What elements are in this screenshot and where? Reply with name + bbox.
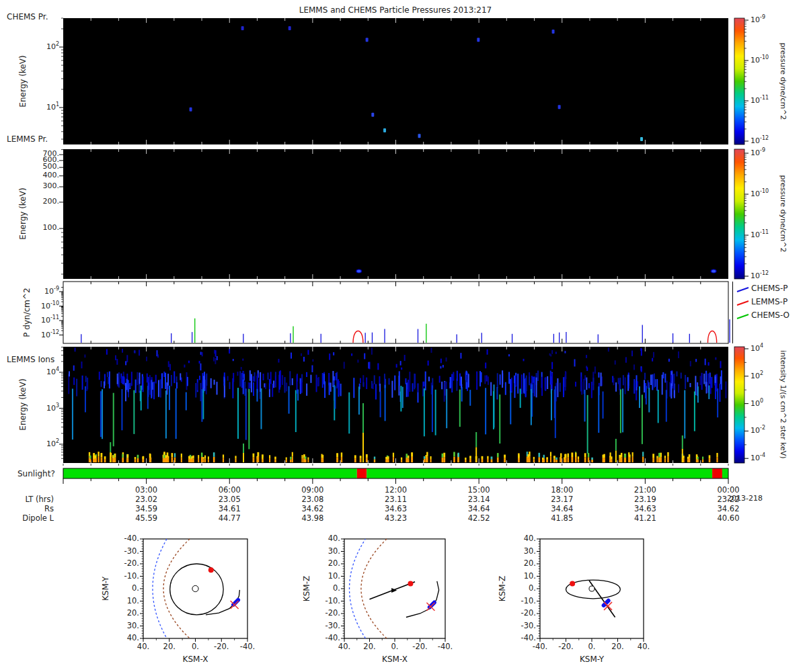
- ion-streak: [76, 379, 77, 396]
- ion-streak: [515, 376, 516, 386]
- ion-streak: [502, 370, 503, 388]
- ion-streak: [684, 390, 685, 439]
- ion-bottom-bar: [262, 459, 263, 462]
- ion-streak: [414, 374, 415, 389]
- ion-streak: [351, 353, 352, 356]
- ion-bottom-bar: [321, 458, 322, 462]
- ion-streak: [374, 375, 375, 384]
- ephemeris-value: 34.59: [126, 504, 167, 513]
- ion-streak: [459, 390, 461, 427]
- axis-title-energy-2: Energy (keV): [18, 187, 28, 239]
- ion-streak: [615, 360, 616, 364]
- ion-streak: [564, 351, 566, 353]
- ion-streak: [654, 374, 655, 388]
- sunlight-segment: [63, 468, 357, 478]
- ion-streak: [396, 364, 397, 368]
- ion-bottom-bar: [667, 457, 668, 462]
- orbit-ytick-label: 30.: [508, 546, 536, 556]
- ephemeris-value: 41.85: [542, 513, 582, 523]
- colorbar-tick-label: 100: [751, 398, 763, 408]
- orbit-ytick-label: 40.: [312, 534, 340, 543]
- ion-streak: [401, 368, 402, 370]
- orbit-xtick-label: 40.: [629, 642, 658, 651]
- orbit-ytick-label: -40.: [508, 633, 536, 642]
- colorbar-tick-label: 104: [751, 343, 763, 353]
- ion-streak: [586, 378, 587, 390]
- ion-streak: [575, 382, 576, 386]
- ion-streak: [385, 385, 386, 421]
- ion-streak: [487, 349, 488, 355]
- ion-streak: [316, 375, 317, 392]
- ion-streak: [555, 386, 556, 438]
- ion-bottom-bar: [457, 457, 459, 462]
- ion-bottom-bar: [697, 460, 698, 462]
- ion-streak: [249, 382, 251, 388]
- chems-pressure-pixel: [552, 30, 555, 34]
- ion-streak: [409, 372, 410, 392]
- time-tick-label: 06:00: [209, 485, 249, 495]
- energy-tick-label: 104: [29, 366, 59, 376]
- ion-streak: [574, 359, 576, 366]
- ion-streak: [340, 384, 342, 396]
- legend-line-CHEMS-P: [737, 288, 748, 292]
- ion-streak: [180, 373, 181, 380]
- ion-bottom-bar: [208, 459, 209, 462]
- ion-streak: [428, 361, 429, 366]
- ephemeris-value: 23.05: [209, 495, 249, 504]
- ion-streak: [508, 372, 510, 384]
- ion-streak: [608, 347, 609, 351]
- ion-streak: [125, 383, 126, 401]
- energy-tick-label: 101: [29, 101, 59, 112]
- ion-streak: [703, 374, 705, 384]
- ion-streak: [613, 378, 615, 385]
- ion-bottom-bar: [301, 458, 303, 462]
- time-tick-label: 12:00: [376, 485, 416, 495]
- ephemeris-value: 34.62: [708, 504, 748, 513]
- ion-streak: [511, 378, 512, 392]
- colorbar-tick-label: 10-9: [751, 147, 765, 157]
- ion-streak: [425, 372, 426, 390]
- ion-streak: [430, 347, 432, 352]
- colorbar-title-intensity: intensity 1/(s cm^2 ster keV): [779, 350, 787, 458]
- sunlight-segment: [367, 468, 712, 478]
- ion-streak: [588, 383, 590, 388]
- ion-streak: [620, 389, 621, 433]
- ion-streak: [81, 362, 82, 368]
- ion-streak: [122, 349, 123, 353]
- ion-streak: [300, 378, 301, 394]
- ion-streak: [541, 377, 543, 396]
- ion-streak: [202, 373, 203, 388]
- ion-streak: [547, 376, 548, 389]
- ephemeris-value: 43.23: [376, 513, 416, 523]
- ion-streak: [307, 350, 309, 355]
- ion-streak: [249, 370, 251, 381]
- ion-streak: [265, 384, 266, 390]
- orbit-yaxis-title: KSM-Z: [498, 576, 507, 601]
- ion-streak: [169, 386, 170, 410]
- ion-streak: [311, 366, 313, 372]
- ion-streak: [466, 375, 467, 382]
- ion-bottom-bar: [269, 458, 270, 462]
- ion-streak: [450, 377, 451, 386]
- ion-streak: [551, 373, 553, 390]
- orbit-xtick-label: 20.: [155, 642, 184, 651]
- ion-streak: [440, 359, 442, 364]
- ephemeris-value: 23.02: [126, 495, 167, 504]
- ephemeris-row-label: Rs: [0, 504, 54, 513]
- ion-streak: [338, 381, 340, 395]
- ion-streak: [213, 357, 215, 361]
- orbit-ytick-label: -40.: [111, 534, 139, 543]
- colorbar-tick-label: 102: [751, 370, 763, 380]
- ion-streak: [697, 386, 699, 403]
- ion-streak: [377, 363, 379, 370]
- ion-streak: [551, 389, 552, 420]
- ion-streak: [555, 351, 557, 353]
- ion-streak: [188, 361, 190, 364]
- ion-streak: [141, 386, 142, 411]
- ion-bottom-bar: [469, 459, 471, 462]
- ion-streak: [560, 383, 561, 392]
- ion-bottom-bar: [198, 458, 199, 462]
- ion-streak: [200, 383, 201, 401]
- ion-streak: [253, 382, 254, 396]
- orbit-ytick-label: 20.: [508, 558, 536, 568]
